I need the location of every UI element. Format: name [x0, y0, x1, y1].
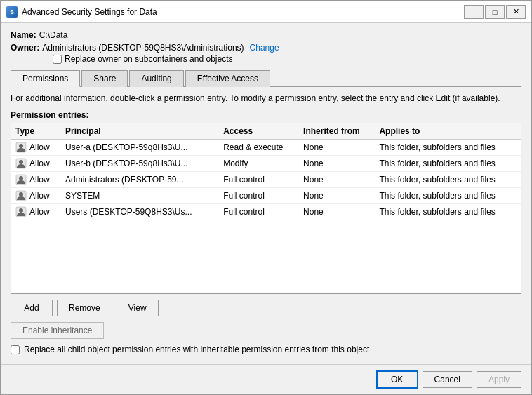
svg-point-1: [19, 144, 23, 148]
user-icon: [15, 142, 27, 153]
apply-button[interactable]: Apply: [477, 371, 521, 388]
cell-applies: This folder, subfolders and files: [375, 187, 521, 203]
action-buttons-row: Add Remove View: [11, 300, 521, 316]
info-text: For additional information, double-click…: [11, 93, 521, 105]
svg-point-3: [19, 160, 23, 164]
add-button[interactable]: Add: [11, 300, 53, 316]
replace-owner-row: Replace owner on subcontainers and objec…: [53, 54, 521, 64]
permissions-table: Type Principal Access Inherited from App…: [11, 123, 521, 220]
cell-principal: User-a (DESKTOP-59q8Hs3\U...: [61, 139, 219, 155]
cell-applies: This folder, subfolders and files: [375, 139, 521, 155]
tab-auditing[interactable]: Auditing: [129, 70, 183, 87]
cell-type: Allow: [11, 203, 61, 220]
owner-label: Owner:: [11, 43, 39, 53]
name-row: Name: C:\Data: [11, 30, 521, 40]
minimize-button[interactable]: —: [464, 5, 484, 19]
table-header-row: Type Principal Access Inherited from App…: [11, 123, 521, 140]
col-principal: Principal: [61, 123, 219, 140]
cell-applies: This folder, subfolders and files: [375, 203, 521, 220]
owner-row: Owner: Administrators (DESKTOP-59Q8HS3\A…: [11, 43, 521, 53]
cell-inherited: None: [299, 155, 375, 171]
cell-access: Full control: [219, 171, 299, 187]
cell-access: Read & execute: [219, 139, 299, 155]
table-row[interactable]: Allow SYSTEM Full control None This fold…: [11, 187, 521, 203]
svg-point-9: [19, 208, 23, 213]
replace-child-row: Replace all child object permission entr…: [11, 344, 521, 354]
cell-applies: This folder, subfolders and files: [375, 155, 521, 171]
cell-inherited: None: [299, 171, 375, 187]
cell-principal: Users (DESKTOP-59Q8HS3\Us...: [61, 203, 219, 220]
window-title: Advanced Security Settings for Data: [22, 7, 464, 17]
cell-principal: User-b (DESKTOP-59q8Hs3\U...: [61, 155, 219, 171]
tab-permissions[interactable]: Permissions: [11, 70, 80, 87]
name-label: Name:: [11, 30, 36, 40]
change-link[interactable]: Change: [250, 43, 279, 53]
name-value: C:\Data: [39, 30, 68, 40]
permissions-table-container[interactable]: Type Principal Access Inherited from App…: [11, 123, 521, 294]
cancel-button[interactable]: Cancel: [423, 371, 472, 388]
replace-owner-checkbox[interactable]: [53, 55, 62, 64]
table-row[interactable]: Allow Users (DESKTOP-59Q8HS3\Us... Full …: [11, 203, 521, 220]
window-icon: S: [6, 6, 18, 18]
user-icon: [15, 174, 27, 185]
cell-inherited: None: [299, 139, 375, 155]
title-bar: S Advanced Security Settings for Data — …: [1, 1, 531, 23]
user-icon: [15, 206, 27, 217]
tab-effective-access[interactable]: Effective Access: [185, 70, 270, 87]
cell-access: Full control: [219, 187, 299, 203]
user-icon: [15, 190, 27, 201]
cell-type: Allow: [11, 155, 61, 171]
user-icon: [15, 158, 27, 169]
col-inherited: Inherited from: [299, 123, 375, 140]
cell-type: Allow: [11, 171, 61, 187]
main-window: S Advanced Security Settings for Data — …: [0, 0, 532, 395]
replace-child-checkbox[interactable]: [11, 345, 20, 354]
remove-button[interactable]: Remove: [57, 300, 112, 316]
window-controls: — □ ✕: [464, 5, 526, 19]
table-row[interactable]: Allow User-b (DESKTOP-59q8Hs3\U... Modif…: [11, 155, 521, 171]
replace-child-label: Replace all child object permission entr…: [24, 344, 369, 354]
cell-applies: This folder, subfolders and files: [375, 171, 521, 187]
col-access: Access: [219, 123, 299, 140]
cell-access: Full control: [219, 203, 299, 220]
cell-access: Modify: [219, 155, 299, 171]
bottom-bar: OK Cancel Apply: [1, 364, 531, 394]
maximize-button[interactable]: □: [485, 5, 505, 19]
permission-entries-label: Permission entries:: [11, 110, 521, 120]
col-type: Type: [11, 123, 61, 140]
dialog-content: Name: C:\Data Owner: Administrators (DES…: [1, 23, 531, 364]
svg-point-7: [19, 192, 23, 196]
col-applies: Applies to: [375, 123, 521, 140]
cell-principal: Administrators (DESKTOP-59...: [61, 171, 219, 187]
cell-type: Allow: [11, 187, 61, 203]
enable-inheritance-button[interactable]: Enable inheritance: [11, 322, 104, 339]
close-button[interactable]: ✕: [506, 5, 526, 19]
svg-point-5: [19, 176, 23, 180]
owner-value: Administrators (DESKTOP-59Q8HS3\Administ…: [42, 43, 244, 53]
enable-inheritance-row: Enable inheritance: [11, 322, 521, 339]
cell-type: Allow: [11, 139, 61, 155]
ok-button[interactable]: OK: [376, 370, 418, 389]
cell-inherited: None: [299, 203, 375, 220]
tab-bar: Permissions Share Auditing Effective Acc…: [11, 69, 521, 87]
cell-principal: SYSTEM: [61, 187, 219, 203]
tab-share[interactable]: Share: [81, 70, 128, 87]
replace-owner-label: Replace owner on subcontainers and objec…: [65, 54, 232, 64]
table-row[interactable]: Allow User-a (DESKTOP-59q8Hs3\U... Read …: [11, 139, 521, 155]
view-button[interactable]: View: [117, 300, 159, 316]
table-row[interactable]: Allow Administrators (DESKTOP-59... Full…: [11, 171, 521, 187]
cell-inherited: None: [299, 187, 375, 203]
